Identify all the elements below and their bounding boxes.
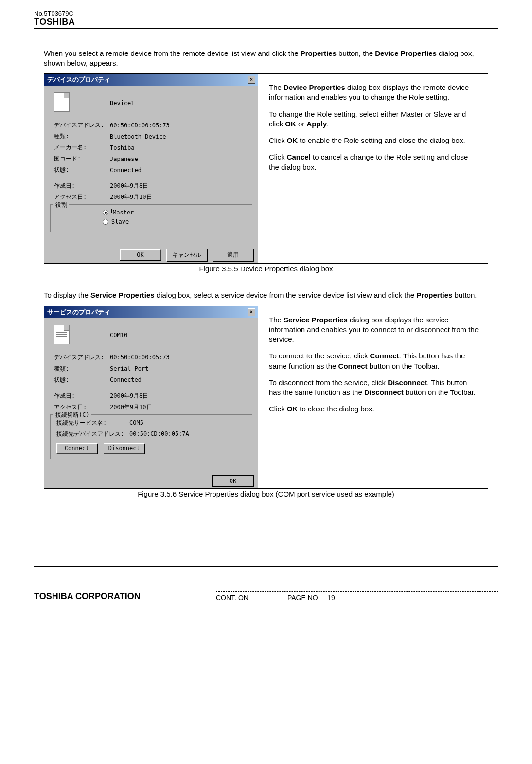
figure-block-2: サービスのプロパティ × COM10 デバイスアドレス:00:50:CD:00:…	[44, 306, 488, 489]
status-value: Connected	[110, 376, 142, 383]
ok-button[interactable]: OK	[120, 249, 161, 260]
page-header: No.5T03679C TOSHIBA	[34, 10, 498, 29]
created-value: 2000年9月8日	[110, 182, 148, 190]
device-properties-dialog: デバイスのプロパティ × Device1 デバイスアドレス:00:50:CD:0…	[44, 74, 258, 263]
figure-block-1: デバイスのプロパティ × Device1 デバイスアドレス:00:50:CD:0…	[44, 73, 488, 264]
status-value: Connected	[110, 167, 142, 174]
document-icon	[54, 325, 70, 344]
disconnect-legend: 接続切断(C)	[53, 411, 91, 419]
type-label: 種類:	[54, 365, 110, 373]
ok-button[interactable]: OK	[213, 476, 253, 486]
radio-icon[interactable]	[103, 219, 108, 225]
device-name: Device1	[110, 100, 135, 107]
apply-button[interactable]: 適用	[213, 249, 253, 261]
role-slave-row[interactable]: Slave	[103, 218, 246, 225]
document-icon	[54, 92, 70, 112]
role-master-row[interactable]: Master	[103, 209, 246, 216]
status-label: 状態:	[54, 376, 110, 384]
dialog1-titlebar: デバイスのプロパティ ×	[44, 74, 258, 86]
conn-service-value: COM5	[129, 419, 143, 426]
addr-label: デバイスアドレス:	[54, 121, 110, 129]
doc-number: No.5T03679C	[34, 10, 498, 17]
role-legend: 役割	[53, 201, 69, 209]
created-label: 作成日:	[54, 182, 110, 190]
type-value: Bluetooth Device	[110, 133, 166, 140]
country-value: Japanese	[110, 156, 138, 162]
dialog1-button-row: OK キャンセル 適用	[44, 246, 258, 263]
conn-service-label: 接続先サービス名:	[56, 419, 129, 427]
page-no-value: 19	[327, 594, 335, 602]
country-label: 国コード:	[54, 155, 110, 163]
created-label: 作成日:	[54, 392, 110, 400]
created-value: 2000年9月8日	[110, 392, 148, 400]
dialog1-title: デバイスのプロパティ	[47, 75, 110, 84]
disconnect-fieldset: 接続切断(C) 接続先サービス名:COM5 接続先デバイスアドレス:00:50:…	[50, 414, 252, 459]
type-value: Serial Port	[110, 365, 148, 372]
addr-value: 00:50:CD:00:05:73	[110, 122, 170, 129]
intro-paragraph-1: When you select a remote device from the…	[44, 49, 488, 68]
page-footer: TOSHIBA CORPORATION CONT. ON PAGE NO. 19	[34, 591, 498, 602]
dialog2-title: サービスのプロパティ	[47, 308, 110, 317]
footer-company: TOSHIBA CORPORATION	[34, 591, 141, 602]
maker-label: メーカー名:	[54, 143, 110, 152]
cont-on-label: CONT. ON	[216, 594, 248, 602]
service-properties-dialog: サービスのプロパティ × COM10 デバイスアドレス:00:50:CD:00:…	[44, 306, 258, 488]
explain-2: The Service Properties dialog box displa…	[258, 306, 488, 488]
role-fieldset: 役割 Master Slave	[50, 204, 252, 232]
page-no-label: PAGE NO.	[287, 594, 320, 602]
footer-info: CONT. ON PAGE NO. 19	[216, 591, 498, 602]
figure-caption-2: Figure 3.5.6 Service Properties dialog b…	[44, 490, 488, 498]
header-company: TOSHIBA	[34, 17, 498, 27]
access-value: 2000年9月10日	[110, 403, 152, 411]
maker-value: Toshiba	[110, 144, 135, 151]
access-value: 2000年9月10日	[110, 193, 152, 201]
conn-addr-label: 接続先デバイスアドレス:	[56, 430, 129, 438]
figure-caption-1: Figure 3.5.5 Device Properties dialog bo…	[44, 265, 488, 273]
type-label: 種類:	[54, 132, 110, 141]
conn-addr-value: 00:50:CD:00:05:7A	[129, 430, 189, 437]
service-name: COM10	[110, 332, 127, 338]
intro-paragraph-2: To display the Service Properties dialog…	[44, 290, 488, 300]
explain-1: The Device Properties dialog box display…	[258, 74, 488, 263]
status-label: 状態:	[54, 166, 110, 174]
dialog2-button-row: OK	[44, 473, 258, 488]
close-icon[interactable]: ×	[248, 76, 255, 84]
footer-rule	[34, 566, 498, 567]
addr-label: デバイスアドレス:	[54, 354, 110, 362]
connect-button[interactable]: Connect	[56, 443, 97, 454]
addr-value: 00:50:CD:00:05:73	[110, 354, 170, 361]
disconnect-button[interactable]: Disonnect	[104, 443, 144, 454]
radio-icon[interactable]	[103, 210, 108, 215]
dialog2-titlebar: サービスのプロパティ ×	[44, 306, 258, 318]
cancel-button[interactable]: キャンセル	[166, 249, 207, 261]
access-label: アクセス日:	[54, 403, 110, 411]
close-icon[interactable]: ×	[248, 308, 255, 316]
access-label: アクセス日:	[54, 193, 110, 201]
